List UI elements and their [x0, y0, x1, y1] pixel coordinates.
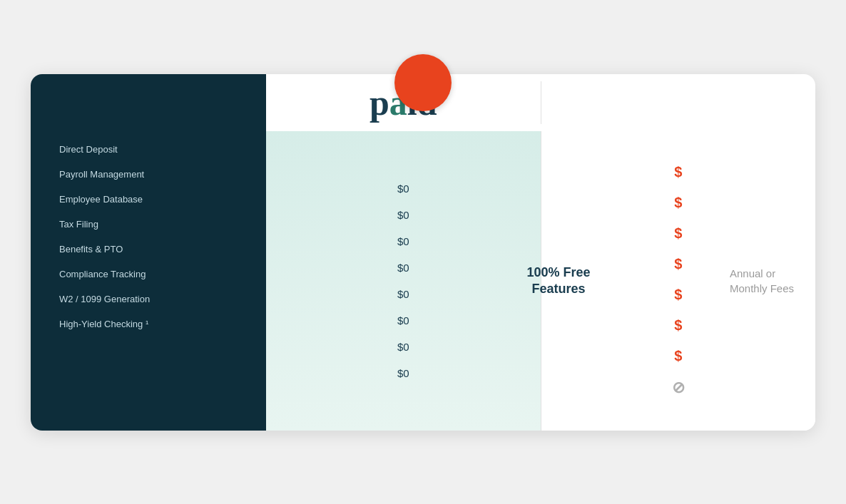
- fees-label: Annual orMonthly Fees: [730, 266, 794, 296]
- features-sidebar: Direct DepositPayroll ManagementEmployee…: [31, 74, 266, 431]
- other-price-item: ⊘: [549, 371, 809, 404]
- paid-price-item: $0: [273, 254, 534, 281]
- free-label-text: 100% FreeFeatures: [526, 264, 590, 295]
- feature-item: Compliance Tracking: [59, 262, 238, 287]
- comparison-container: Direct DepositPayroll ManagementEmployee…: [31, 74, 815, 431]
- paid-price-item: $0: [273, 281, 534, 307]
- vs-badge: [394, 54, 452, 111]
- paid-data-column: $0$0$0$0$0$0$0$0 100% FreeFeatures: [266, 131, 541, 431]
- other-price-item: $: [549, 218, 809, 249]
- other-price-item: $: [549, 310, 809, 341]
- other-header: [541, 88, 816, 117]
- feature-item: Benefits & PTO: [59, 237, 238, 262]
- feature-item: Payroll Management: [59, 162, 238, 187]
- fees-text: Annual orMonthly Fees: [730, 267, 794, 294]
- paid-price-item: $0: [273, 360, 534, 386]
- table-section: $0$0$0$0$0$0$0$0 100% FreeFeatures $$$$$…: [266, 131, 815, 431]
- paid-price-item: $0: [273, 307, 534, 334]
- feature-item: W2 / 1099 Generation: [59, 287, 238, 312]
- paid-price-item: $0: [273, 228, 534, 254]
- feature-item: Employee Database: [59, 187, 238, 212]
- feature-item: High-Yield Checking ¹: [59, 312, 238, 336]
- paid-prices-list: $0$0$0$0$0$0$0$0: [273, 175, 534, 386]
- feature-item: Tax Filing: [59, 212, 238, 237]
- feature-list: Direct DepositPayroll ManagementEmployee…: [59, 137, 238, 336]
- logo-p: p: [370, 82, 389, 123]
- other-price-item: $: [549, 157, 809, 187]
- other-price-item: $: [549, 187, 809, 218]
- paid-price-item: $0: [273, 202, 534, 228]
- feature-item: Direct Deposit: [59, 137, 238, 162]
- paid-price-item: $0: [273, 175, 534, 202]
- paid-price-item: $0: [273, 334, 534, 360]
- header-row: p a i d: [266, 74, 815, 131]
- comparison-card: Direct DepositPayroll ManagementEmployee…: [31, 74, 815, 431]
- other-price-item: $: [549, 341, 809, 371]
- content-area: p a i d: [266, 74, 815, 431]
- free-features-label: 100% FreeFeatures: [526, 264, 590, 297]
